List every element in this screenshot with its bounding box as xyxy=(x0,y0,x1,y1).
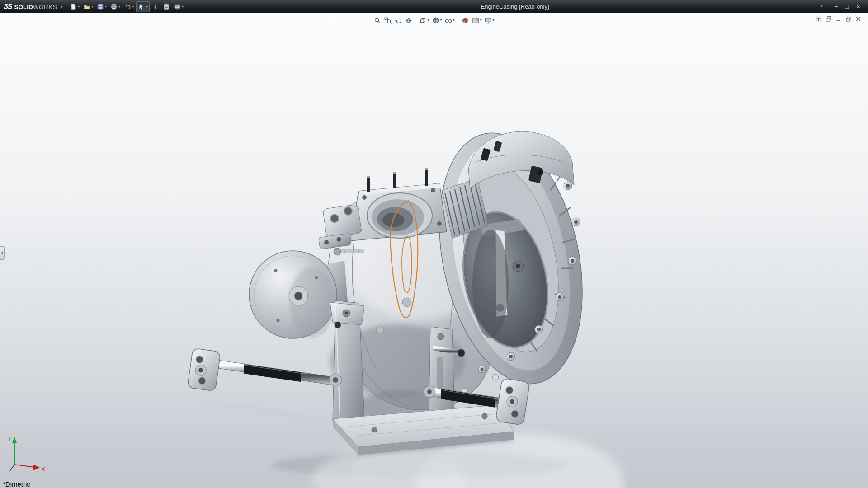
z-axis-line xyxy=(10,465,14,471)
undo-icon xyxy=(124,3,131,10)
view-orientation-cube-icon xyxy=(419,17,427,24)
options-button[interactable]: ▾ xyxy=(172,1,185,12)
chevron-down-icon[interactable]: ▾ xyxy=(146,5,148,9)
chevron-down-icon[interactable]: ▾ xyxy=(480,19,482,22)
minimize-document-button[interactable] xyxy=(835,16,842,22)
rebuild-button[interactable] xyxy=(151,1,160,12)
chevron-down-icon[interactable]: ▾ xyxy=(118,5,120,9)
zoom-to-area-icon xyxy=(384,17,392,24)
rebuild-traffic-light-icon xyxy=(152,3,159,10)
quick-access-toolbar: ▾ ▾ ▾ xyxy=(68,1,185,12)
brand-works: WORKS xyxy=(33,4,57,10)
document-title: EngineCasing [Read-only] xyxy=(481,3,549,10)
y-axis-arrow-icon xyxy=(12,437,17,443)
view-settings-icon xyxy=(485,17,492,24)
edit-appearance-button[interactable] xyxy=(461,15,470,25)
featuremanager-collapsed-tab[interactable] xyxy=(0,246,5,260)
undo-button[interactable]: ▾ xyxy=(123,1,135,12)
y-axis-label: Y xyxy=(8,436,12,442)
minimize-document-icon xyxy=(835,16,842,22)
graphics-area[interactable]: ▾ ▾ ▾ xyxy=(0,13,868,488)
document-window-controls xyxy=(815,16,862,22)
display-style-icon xyxy=(432,17,439,24)
chevron-down-icon[interactable]: ▾ xyxy=(105,5,107,9)
zoom-to-fit-button[interactable] xyxy=(373,15,382,25)
minimize-button[interactable]: − xyxy=(831,2,842,11)
options-icon xyxy=(174,3,181,10)
solidworks-logo: ӠS SOLID WORKS xyxy=(4,3,57,11)
open-button[interactable]: ▾ xyxy=(82,1,94,12)
restore-document-icon xyxy=(845,16,852,22)
restore-document-button[interactable] xyxy=(845,16,852,22)
print-icon xyxy=(110,3,118,10)
section-view-icon xyxy=(405,17,412,24)
apply-scene-icon xyxy=(472,17,480,24)
select-cursor-icon xyxy=(138,3,145,10)
view-orientation-button[interactable]: ▾ xyxy=(418,15,430,25)
toolbar-flyout-arrow-icon[interactable] xyxy=(61,5,63,9)
tile-window-button[interactable] xyxy=(815,16,822,22)
previous-view-button[interactable] xyxy=(393,15,403,25)
window-buttons: ? − □ ✕ xyxy=(816,0,864,13)
select-button[interactable]: ▾ xyxy=(136,1,150,12)
zoom-to-area-button[interactable] xyxy=(383,15,392,25)
cascade-window-icon xyxy=(825,16,832,22)
tile-window-icon xyxy=(815,16,822,22)
apply-scene-button[interactable]: ▾ xyxy=(471,15,483,25)
section-view-button[interactable] xyxy=(404,15,413,25)
chevron-down-icon[interactable]: ▾ xyxy=(78,5,80,9)
chevron-down-icon[interactable]: ▾ xyxy=(182,5,184,9)
file-properties-button[interactable] xyxy=(161,1,171,12)
hide-show-items-button[interactable]: ▾ xyxy=(443,15,455,25)
chevron-down-icon[interactable]: ▾ xyxy=(91,5,93,9)
3ds-logo-glyph: ӠS xyxy=(4,3,12,11)
open-icon xyxy=(83,3,90,10)
flywheel-cover xyxy=(249,251,348,338)
left-rod-bracket xyxy=(188,348,221,391)
x-axis-arrow-icon xyxy=(33,465,40,470)
new-document-icon xyxy=(70,3,77,10)
zoom-to-fit-icon xyxy=(373,17,381,24)
hide-show-items-icon xyxy=(444,17,452,24)
chevron-down-icon[interactable]: ▾ xyxy=(132,5,134,9)
view-orientation-label: *Dimetric xyxy=(3,480,30,488)
help-button[interactable]: ? xyxy=(816,2,826,11)
flyout-arrow-icon xyxy=(1,251,3,255)
chevron-down-icon[interactable]: ▾ xyxy=(440,19,442,22)
title-bar: ӠS SOLID WORKS ▾ ▾ xyxy=(0,0,868,13)
edit-appearance-icon xyxy=(462,17,469,24)
orientation-triad: Y X xyxy=(6,435,50,476)
view-settings-button[interactable]: ▾ xyxy=(484,15,495,25)
brand-solid: SOLID xyxy=(14,4,33,10)
file-properties-icon xyxy=(163,3,170,10)
chevron-down-icon[interactable]: ▾ xyxy=(453,19,454,22)
right-rod-bracket xyxy=(495,378,530,426)
save-icon xyxy=(97,3,104,10)
close-button[interactable]: ✕ xyxy=(852,2,864,11)
print-button[interactable]: ▾ xyxy=(109,1,122,12)
chevron-down-icon[interactable]: ▾ xyxy=(493,19,495,22)
engine-model-render xyxy=(0,13,868,488)
previous-view-icon xyxy=(394,17,402,24)
display-style-button[interactable]: ▾ xyxy=(431,15,443,25)
x-axis-label: X xyxy=(42,466,45,472)
chevron-down-icon[interactable]: ▾ xyxy=(427,19,429,22)
new-document-button[interactable]: ▾ xyxy=(68,1,81,12)
solidworks-window: ӠS SOLID WORKS ▾ ▾ xyxy=(0,0,868,488)
close-document-icon xyxy=(855,16,862,22)
cascade-window-button[interactable] xyxy=(825,16,832,22)
heads-up-view-toolbar: ▾ ▾ ▾ xyxy=(373,15,495,25)
close-document-button[interactable] xyxy=(855,16,862,22)
maximize-button[interactable]: □ xyxy=(841,2,852,11)
save-button[interactable]: ▾ xyxy=(95,1,108,12)
